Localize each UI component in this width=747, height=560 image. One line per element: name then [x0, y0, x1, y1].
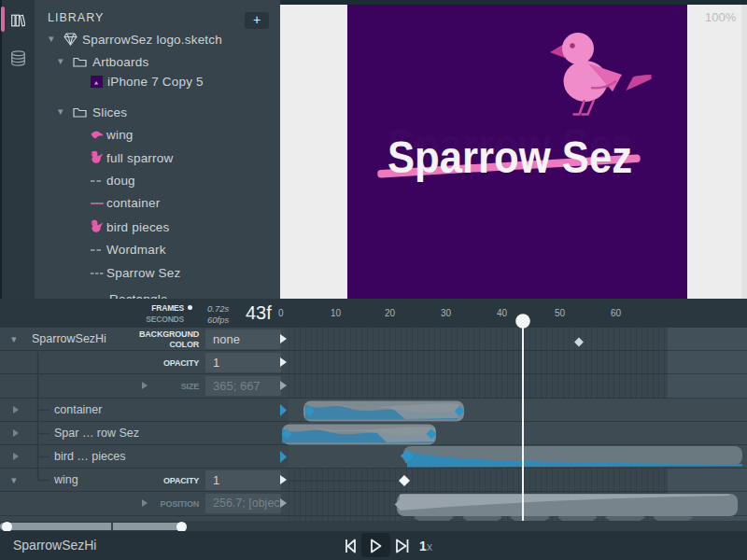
svg-text:1: 1: [419, 539, 427, 553]
svg-text:Sparrow Sez: Sparrow Sez: [388, 132, 632, 182]
svg-text:x: x: [427, 540, 432, 553]
